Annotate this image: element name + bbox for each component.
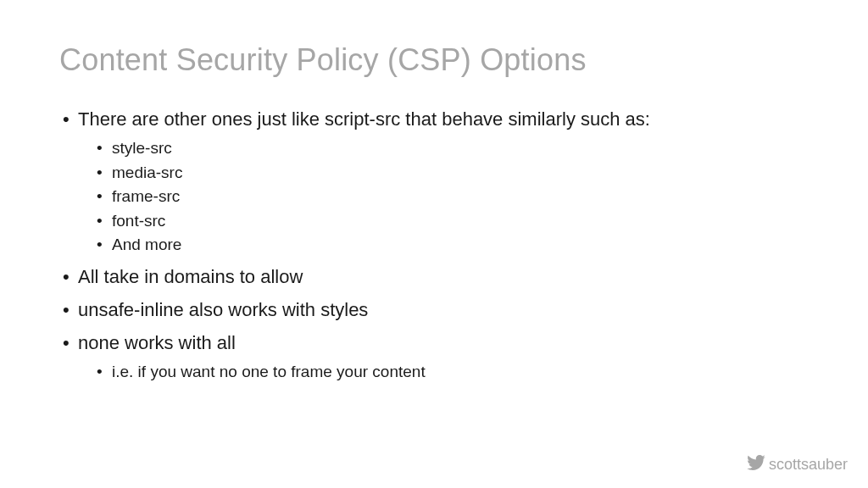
twitter-handle: scottsauber xyxy=(769,456,848,474)
slide-content: There are other ones just like script-sr… xyxy=(59,105,809,384)
sub-bullet-item: media-src xyxy=(78,161,809,186)
sub-bullet-item: font-src xyxy=(78,209,809,234)
bullet-text: none works with all xyxy=(78,332,236,353)
sub-bullet-item: frame-src xyxy=(78,185,809,209)
footer: scottsauber xyxy=(747,455,848,474)
bullet-text: There are other ones just like script-sr… xyxy=(78,108,650,130)
sub-bullet-item: style-src xyxy=(78,136,809,161)
sub-bullet-list: style-src media-src frame-src font-src A… xyxy=(78,136,809,258)
sub-bullet-list: i.e. if you want no one to frame your co… xyxy=(78,360,809,385)
bullet-text: unsafe-inline also works with styles xyxy=(78,299,368,320)
bullet-item: none works with all i.e. if you want no … xyxy=(59,329,809,385)
bullet-text: All take in domains to allow xyxy=(78,266,303,287)
bullet-item: unsafe-inline also works with styles xyxy=(59,296,809,324)
bullet-list: There are other ones just like script-sr… xyxy=(59,105,809,384)
bullet-item: There are other ones just like script-sr… xyxy=(59,105,809,258)
sub-bullet-item: And more xyxy=(78,233,809,258)
slide-title: Content Security Policy (CSP) Options xyxy=(59,42,809,78)
slide: Content Security Policy (CSP) Options Th… xyxy=(0,0,868,488)
sub-bullet-item: i.e. if you want no one to frame your co… xyxy=(78,360,809,385)
bullet-item: All take in domains to allow xyxy=(59,263,809,291)
twitter-icon xyxy=(747,455,765,474)
